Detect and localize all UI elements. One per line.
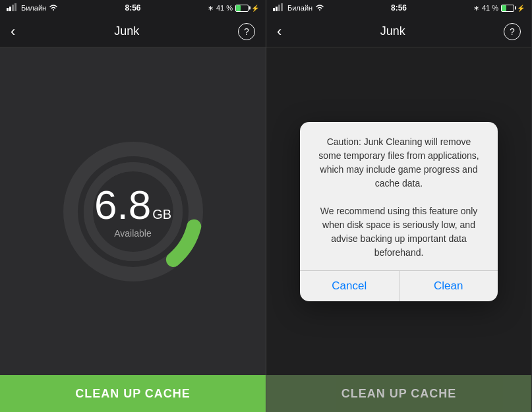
svg-rect-11	[281, 3, 283, 11]
donut-value-group-left: 6.8 GB	[94, 185, 171, 225]
nav-title-right: Junk	[380, 24, 405, 38]
donut-chart-left: 6.8 GB Available	[61, 139, 206, 284]
battery-icon-left	[235, 5, 249, 12]
donut-value-left: 6.8	[94, 185, 151, 225]
caution-modal: Caution: Junk Cleaning will remove some …	[300, 122, 498, 301]
modal-overlay: Caution: Junk Cleaning will remove some …	[266, 47, 531, 375]
carrier-left: Билайн	[21, 4, 46, 12]
status-right-right: ∗ 41 % ⚡	[473, 4, 525, 13]
donut-label-left: Available	[114, 228, 152, 239]
svg-rect-1	[9, 7, 11, 11]
svg-rect-0	[7, 8, 9, 11]
svg-rect-2	[12, 5, 14, 11]
status-left: Билайн	[7, 3, 58, 13]
nav-title-left: Junk	[114, 24, 139, 38]
clean-button[interactable]: Clean	[399, 271, 498, 301]
time-right: 8:56	[391, 3, 407, 13]
svg-rect-8	[273, 8, 275, 11]
battery-percent-right: 41 %	[482, 4, 498, 12]
bluetooth-right: ∗	[473, 4, 479, 13]
svg-rect-9	[276, 7, 278, 11]
carrier-right: Билайн	[287, 4, 312, 12]
back-button-right[interactable]: ‹	[277, 24, 281, 39]
bluetooth-left: ∗	[208, 4, 214, 13]
clean-up-cache-button-left[interactable]: CLEAN UP CACHE	[0, 375, 266, 412]
status-bar-right: Билайн 8:56 ∗ 41 % ⚡	[266, 0, 531, 16]
charging-icon-left: ⚡	[251, 5, 259, 12]
modal-buttons: Cancel Clean	[300, 271, 498, 301]
wifi-icon-left	[49, 4, 58, 13]
main-content-left: 6.8 GB Available	[0, 47, 266, 375]
modal-text: Caution: Junk Cleaning will remove some …	[316, 135, 482, 260]
donut-center-left: 6.8 GB Available	[94, 185, 171, 239]
right-screen: Билайн 8:56 ∗ 41 % ⚡ ‹ Junk ?	[266, 0, 531, 412]
signal-dots-left	[7, 3, 18, 13]
time-left: 8:56	[125, 3, 141, 13]
status-bar-left: Билайн 8:56 ∗ 41 % ⚡	[0, 0, 266, 16]
nav-bar-left: ‹ Junk ?	[0, 16, 266, 47]
svg-rect-3	[15, 3, 16, 11]
donut-unit-left: GB	[152, 207, 171, 222]
svg-rect-10	[278, 5, 280, 11]
status-left-right: Билайн	[273, 3, 324, 13]
wifi-icon-right	[315, 4, 324, 13]
cancel-button[interactable]: Cancel	[300, 271, 399, 301]
charging-icon-right: ⚡	[517, 5, 525, 12]
left-screen: Билайн 8:56 ∗ 41 % ⚡ ‹ Junk ?	[0, 0, 266, 412]
help-button-left[interactable]: ?	[238, 23, 255, 40]
signal-dots-right	[273, 3, 285, 13]
clean-up-cache-button-right[interactable]: CLEAN UP CACHE	[266, 375, 531, 412]
battery-percent-left: 41 %	[216, 4, 233, 12]
help-button-right[interactable]: ?	[504, 23, 521, 40]
battery-icon-right	[501, 5, 514, 12]
status-right-left: ∗ 41 % ⚡	[208, 4, 259, 13]
main-content-right: 6.8 GB Available Caution: Junk Cleaning …	[266, 47, 531, 375]
modal-body: Caution: Junk Cleaning will remove some …	[300, 122, 498, 270]
nav-bar-right: ‹ Junk ?	[266, 16, 531, 47]
back-button-left[interactable]: ‹	[11, 24, 15, 39]
